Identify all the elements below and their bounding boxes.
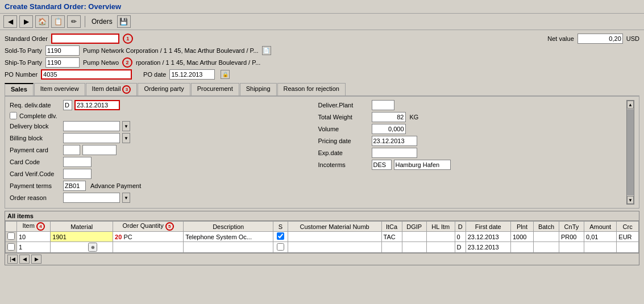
delivery-block-input[interactable] — [63, 121, 120, 131]
col-itca: ItCa — [381, 222, 402, 232]
po-date-input[interactable] — [169, 69, 215, 80]
total-weight-unit: KG — [410, 114, 419, 120]
scroll-down-btn[interactable]: ▼ — [627, 196, 634, 204]
row2-desc — [184, 242, 273, 253]
row1-s-checkbox[interactable] — [275, 232, 286, 240]
separator — [85, 16, 85, 27]
pricing-date-input[interactable] — [372, 136, 417, 146]
po-number-input[interactable] — [41, 69, 132, 80]
tab-shipping[interactable]: Shipping — [240, 83, 277, 95]
row2-dgip — [402, 242, 426, 253]
billing-block-input[interactable] — [63, 133, 120, 143]
back-button[interactable]: ◀ — [3, 15, 17, 28]
card-code-input[interactable] — [63, 157, 92, 167]
copy-button[interactable]: 📋 — [51, 15, 65, 28]
po-copy-icon[interactable]: 🔒 — [221, 70, 230, 79]
col-material: Material — [51, 222, 113, 232]
ship-to-desc2: rporation / 1 1 45, Mac Arthur Boulevard… — [136, 59, 260, 66]
nav-first[interactable]: |◀ — [7, 255, 18, 264]
incoterms-code-input[interactable] — [372, 160, 392, 170]
deliver-plant-input[interactable] — [372, 100, 394, 110]
payment-card-label: Payment card — [10, 147, 61, 153]
ship-to-row: Ship-To Party Pump Netwo 2 rporation / 1… — [5, 57, 639, 68]
scroll-up-btn[interactable]: ▲ — [627, 101, 634, 109]
net-value-input[interactable] — [577, 34, 623, 44]
row2-amount — [584, 242, 616, 253]
deliver-plant-label: Deliver.Plant — [318, 102, 369, 109]
save-button[interactable]: 💾 — [117, 15, 131, 28]
row1-item: 10 — [17, 232, 51, 242]
exp-date-input[interactable] — [372, 148, 417, 158]
edit-button[interactable]: ✏ — [67, 15, 81, 28]
complete-dlv-checkbox[interactable] — [10, 112, 17, 119]
total-weight-label: Total Weight — [318, 114, 369, 120]
row2-checkbox[interactable] — [7, 243, 15, 251]
card-code-label: Card Code — [10, 159, 61, 165]
row2-cust-mat — [288, 242, 381, 253]
net-value-label: Net value — [547, 35, 574, 42]
order-reason-input[interactable] — [63, 193, 120, 203]
tabs: Sales Item overview Item detail 3 Orderi… — [5, 83, 639, 97]
payment-card-input2[interactable] — [82, 145, 117, 155]
tab-ordering-party[interactable]: Ordering party — [138, 83, 190, 95]
billing-block-arrow[interactable]: ▼ — [122, 133, 130, 143]
payment-terms-input[interactable] — [63, 181, 86, 191]
incoterms-row: Incoterms — [318, 160, 621, 170]
col-s: S — [273, 222, 288, 232]
incoterms-desc-input[interactable] — [394, 160, 451, 170]
req-deliv-d-input[interactable] — [63, 100, 72, 110]
req-deliv-date-input[interactable] — [74, 100, 120, 110]
tab-sales[interactable]: Sales — [5, 83, 34, 95]
billing-block-row: Billing block ▼ — [10, 133, 313, 143]
row2-plnt — [510, 242, 533, 253]
row1-material: 1901 — [51, 232, 113, 242]
col-order-qty: Order Quantity 5 — [113, 222, 184, 232]
col-first-date: First date — [466, 222, 510, 232]
row2-cnty — [559, 242, 584, 253]
tab-item-overview[interactable]: Item overview — [34, 83, 85, 95]
row1-qty: 20 PC — [113, 232, 184, 242]
orders-menu[interactable]: Orders — [92, 18, 113, 26]
badge-2: 2 — [122, 57, 132, 68]
nav-prev[interactable]: ◀ — [19, 255, 30, 264]
volume-label: Volume — [318, 126, 369, 132]
col-item: Item 4 — [17, 222, 51, 232]
badge-1: 1 — [123, 34, 133, 44]
pricing-date-label: Pricing date — [318, 138, 369, 144]
row1-check — [6, 232, 17, 242]
row2-material-search[interactable]: ⊕ — [88, 243, 97, 252]
total-weight-input[interactable] — [372, 112, 406, 122]
card-verif-row: Card Verif.Code — [10, 169, 313, 179]
sold-to-copy-icon[interactable]: 📄 — [262, 46, 271, 55]
po-number-label: PO Number — [5, 71, 38, 78]
home-button[interactable]: 🏠 — [35, 15, 49, 28]
volume-input[interactable] — [372, 124, 406, 134]
tab-procurement[interactable]: Procurement — [191, 83, 239, 95]
row1-checkbox[interactable] — [7, 232, 15, 240]
sold-to-code-input[interactable] — [45, 45, 80, 56]
row1-first-date: 23.12.2013 — [466, 232, 510, 242]
sales-right-col: Deliver.Plant Total Weight KG Volume Pri… — [318, 100, 621, 205]
row1-hl-itm — [426, 232, 455, 242]
req-deliv-row: Req. deliv.date — [10, 100, 313, 110]
tab-reason-rejection[interactable]: Reason for rejection — [277, 83, 346, 95]
delivery-block-arrow[interactable]: ▼ — [122, 121, 130, 131]
delivery-block-label: Delivery block — [10, 123, 61, 130]
deliver-plant-row: Deliver.Plant — [318, 100, 621, 110]
row2-s-checkbox[interactable] — [275, 243, 286, 251]
standard-order-input[interactable] — [51, 34, 119, 44]
row2-material-input[interactable] — [52, 243, 86, 250]
row1-cust-mat — [288, 232, 381, 242]
row1-s — [273, 232, 288, 242]
row1-crc: EUR — [617, 232, 639, 242]
tab-item-detail[interactable]: Item detail 3 — [86, 83, 138, 95]
ship-to-code-input[interactable] — [45, 57, 80, 68]
forward-button[interactable]: ▶ — [19, 15, 33, 28]
ship-to-desc: Pump Netwo — [83, 59, 119, 66]
row2-check — [6, 242, 17, 253]
order-reason-arrow[interactable]: ▼ — [122, 193, 130, 203]
po-date-label: PO date — [143, 71, 166, 78]
payment-card-input1[interactable] — [63, 145, 80, 155]
nav-next[interactable]: ▶ — [31, 255, 41, 264]
card-verif-input[interactable] — [63, 169, 92, 179]
